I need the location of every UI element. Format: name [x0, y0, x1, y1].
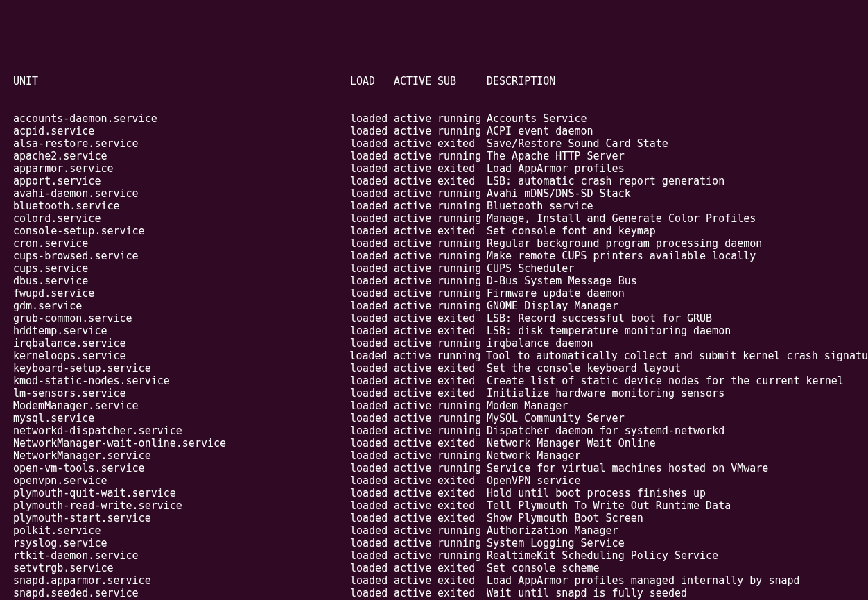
unit-name: apache2.service — [13, 150, 350, 162]
active-state: active — [394, 112, 437, 125]
unit-name: gdm.service — [13, 300, 350, 312]
sub-state: exited — [437, 587, 487, 599]
active-state: active — [394, 449, 437, 462]
load-state: loaded — [350, 512, 394, 524]
unit-name: NetworkManager.service — [13, 449, 350, 462]
service-row: open-vm-tools.serviceloadedactiverunning… — [0, 462, 868, 474]
active-state: active — [394, 474, 437, 487]
description: Save/Restore Sound Card State — [487, 137, 668, 150]
description: Manage, Install and Generate Color Profi… — [487, 212, 756, 225]
unit-name: openvpn.service — [13, 474, 350, 487]
load-state: loaded — [350, 474, 394, 487]
terminal-output[interactable]: UNITLOADACTIVESUBDESCRIPTION accounts-da… — [0, 50, 868, 600]
description: Accounts Service — [487, 112, 587, 125]
unit-name: networkd-dispatcher.service — [13, 425, 350, 437]
active-state: active — [394, 175, 437, 187]
sub-state: running — [437, 337, 487, 350]
load-state: loaded — [350, 175, 394, 187]
row-indent — [0, 287, 13, 300]
load-state: loaded — [350, 562, 394, 574]
load-state: loaded — [350, 362, 394, 375]
description: Network Manager — [487, 449, 580, 462]
row-indent — [0, 462, 13, 474]
sub-state: exited — [437, 562, 487, 574]
sub-state: running — [437, 200, 487, 212]
description: Tool to automatically collect and submit… — [486, 350, 868, 362]
unit-name: grub-common.service — [13, 312, 350, 325]
unit-name: mysql.service — [13, 412, 350, 425]
service-row: irqbalance.serviceloadedactiverunningirq… — [0, 337, 868, 350]
unit-name: apport.service — [13, 175, 350, 187]
service-row: gdm.serviceloadedactiverunningGNOME Disp… — [0, 300, 868, 312]
description: RealtimeKit Scheduling Policy Service — [487, 549, 718, 562]
row-indent — [0, 562, 13, 574]
description: Network Manager Wait Online — [487, 437, 656, 449]
service-row: cups.serviceloadedactiverunningCUPS Sche… — [0, 262, 868, 275]
description: LSB: Record successful boot for GRUB — [487, 312, 712, 325]
description: GNOME Display Manager — [487, 300, 618, 312]
active-state: active — [394, 462, 437, 474]
row-indent — [0, 549, 13, 562]
sub-state: exited — [437, 437, 487, 449]
unit-name: avahi-daemon.service — [13, 187, 350, 200]
unit-name: kerneloops.service — [13, 350, 349, 362]
sub-state: running — [437, 449, 487, 462]
sub-state: running — [437, 537, 487, 549]
row-indent — [0, 387, 13, 400]
service-row: grub-common.serviceloadedactiveexitedLSB… — [0, 312, 868, 325]
description: Bluetooth service — [487, 200, 593, 212]
description: Load AppArmor profiles — [487, 162, 625, 175]
load-state: loaded — [350, 537, 394, 549]
description: Service for virtual machines hosted on V… — [487, 462, 768, 474]
load-state: loaded — [350, 337, 394, 350]
active-state: active — [394, 437, 437, 449]
service-row: keyboard-setup.serviceloadedactiveexited… — [0, 362, 868, 375]
row-indent — [0, 312, 13, 325]
unit-name: ModemManager.service — [13, 400, 350, 412]
load-state: loaded — [350, 400, 394, 412]
unit-name: acpid.service — [13, 125, 350, 137]
service-row: hddtemp.serviceloadedactiveexitedLSB: di… — [0, 325, 868, 337]
description: Authorization Manager — [487, 524, 618, 537]
description: Firmware update daemon — [487, 287, 625, 300]
service-row: snapd.apparmor.serviceloadedactiveexited… — [0, 574, 868, 587]
sub-state: exited — [437, 375, 487, 387]
sub-state: exited — [437, 474, 487, 487]
service-row: rsyslog.serviceloadedactiverunningSystem… — [0, 537, 868, 549]
service-row: plymouth-read-write.serviceloadedactivee… — [0, 499, 868, 512]
sub-state: running — [437, 400, 487, 412]
load-state: loaded — [350, 437, 394, 449]
active-state: active — [394, 412, 437, 425]
active-state: active — [394, 512, 437, 524]
description: Regular background program processing da… — [487, 237, 762, 250]
unit-name: bluetooth.service — [13, 200, 350, 212]
unit-name: plymouth-quit-wait.service — [13, 487, 350, 499]
load-state: loaded — [350, 200, 394, 212]
active-state: active — [394, 549, 437, 562]
load-state: loaded — [350, 225, 394, 237]
unit-name: setvtrgb.service — [13, 562, 350, 574]
sub-state: running — [437, 237, 487, 250]
service-row: snapd.seeded.serviceloadedactiveexitedWa… — [0, 587, 868, 599]
active-state: active — [394, 524, 437, 537]
row-indent — [0, 449, 13, 462]
load-state: loaded — [350, 499, 394, 512]
description: System Logging Service — [487, 537, 625, 549]
load-state: loaded — [350, 275, 394, 287]
unit-name: NetworkManager-wait-online.service — [13, 437, 350, 449]
load-state: loaded — [350, 237, 394, 250]
description: Initialize hardware monitoring sensors — [487, 387, 724, 400]
row-indent — [0, 375, 13, 387]
load-state: loaded — [350, 574, 394, 587]
description: LSB: automatic crash report generation — [487, 175, 724, 187]
row-indent — [0, 350, 13, 362]
service-row: avahi-daemon.serviceloadedactiverunningA… — [0, 187, 868, 200]
unit-name: cron.service — [13, 237, 350, 250]
active-state: active — [394, 375, 437, 387]
sub-state: exited — [437, 512, 487, 524]
description: CUPS Scheduler — [487, 262, 574, 275]
load-state: loaded — [350, 300, 394, 312]
row-indent — [0, 537, 13, 549]
service-row: cups-browsed.serviceloadedactiverunningM… — [0, 250, 868, 262]
unit-name: console-setup.service — [13, 225, 350, 237]
